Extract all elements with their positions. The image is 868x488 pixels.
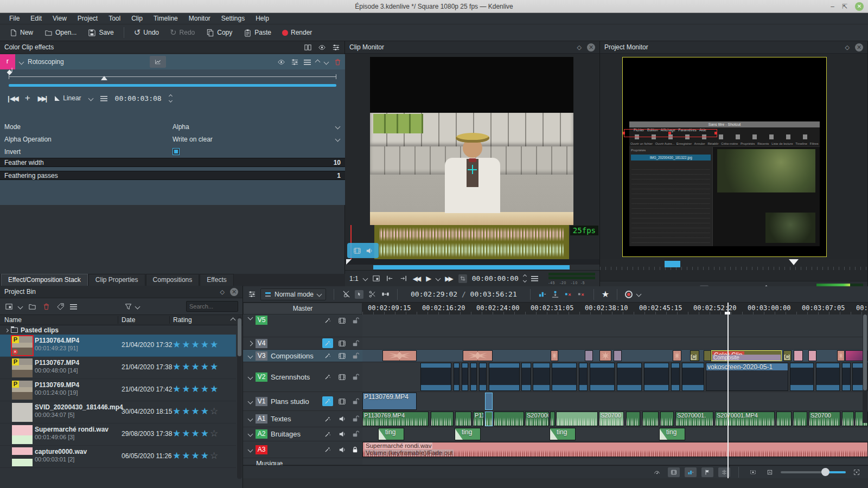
timeline-clip[interactable] [842,412,854,426]
timeline-clip[interactable]: S2070001. [675,412,713,426]
close-panel-icon[interactable]: ✕ [587,43,595,52]
timeline-clip[interactable] [704,350,711,361]
timecode-up-icon[interactable] [169,94,173,98]
timeline-position-timecode[interactable]: 00:02:29:02 / 00:03:56:21 [405,290,522,298]
rating-stars[interactable]: ★★★★☆ [173,450,219,461]
track-effects-icon[interactable] [322,414,333,424]
audio-video-toggle[interactable] [347,243,379,258]
copy-button[interactable]: Copy [201,26,237,39]
bin-clip-row[interactable]: capture0000.wav00:00:03:01 [2]06/05/2020… [0,446,236,468]
track-header-v3[interactable]: V3Compositions [243,350,362,362]
timeline-clip[interactable] [776,412,792,426]
minimize-button[interactable]: – [831,3,834,10]
timeline-clip[interactable] [808,350,816,361]
menu-file[interactable]: File [4,14,24,23]
menu-help[interactable]: Help [251,14,274,23]
timeline-clip[interactable]: ting [550,428,576,440]
tab-effects[interactable]: Effects [200,274,233,286]
timeline-clip[interactable]: S20700 [809,412,840,426]
monitor-zoom-level[interactable]: 1:1 [349,275,359,282]
lock-track-icon[interactable] [350,339,359,348]
clip-monitor-video[interactable] [370,57,573,225]
track-lane-v5[interactable] [362,314,868,337]
effect-enable-eye-icon[interactable] [277,57,285,66]
add-clip-dropdown-icon[interactable] [18,304,23,309]
close-panel-icon[interactable]: ✕ [230,288,238,296]
track-header-v5[interactable]: V5 [243,314,362,337]
timeline-clip[interactable]: vokoscreen-2020-05-1 [706,363,788,391]
timeline-clip[interactable]: P1130769.MP4 [362,412,429,426]
save-button[interactable]: Save [83,26,118,39]
track-header-v4[interactable]: V4 [243,337,362,350]
keyframe-diagram-button[interactable] [150,56,166,68]
undo-button[interactable]: ↺Undo [130,27,163,38]
track-effects-icon[interactable] [322,351,333,361]
favorite-effects-icon[interactable]: ★ [602,289,609,299]
track-lane-v3[interactable]: CColor ClipColor ClipCompositeC [362,350,868,362]
mute-track-icon[interactable] [337,430,346,439]
show-audio-thumbnails-icon[interactable] [685,467,697,477]
create-folder-icon[interactable] [28,302,36,311]
track-header-a4[interactable]: Musique [243,458,362,465]
timeline-clip[interactable]: ting [455,428,481,440]
timeline-clip[interactable]: Color ClipColor ClipComposite [711,350,782,361]
zone-segment[interactable] [665,261,680,267]
timeline-clip[interactable] [794,350,803,361]
param-feather-width[interactable]: Feather width10 [0,158,345,167]
menu-project[interactable]: Project [73,14,103,23]
move-effect-up-icon[interactable] [315,59,321,65]
float-dock-icon[interactable]: ◇ [845,44,850,51]
timeline-clip[interactable] [671,363,680,391]
track-lane-a2[interactable]: tingtingtingting [362,427,868,441]
menu-settings[interactable]: Settings [216,14,250,23]
timeline-clip[interactable] [479,363,487,391]
timeline-clip[interactable] [556,412,598,426]
timeline-clip[interactable] [790,363,814,391]
extract-zone-icon[interactable] [564,290,573,299]
timeline-settings-icon[interactable] [247,290,256,299]
insert-zone-icon[interactable] [551,290,560,299]
timeline-clip[interactable]: S207000 [525,412,549,426]
timeline-clip[interactable] [485,412,493,426]
track-header-a2[interactable]: A2Bruitages [243,427,362,441]
timeline-clip[interactable] [816,363,840,391]
bin-clip-row[interactable]: SVID_20200430_181446.mp400:00:34:07 [5]3… [0,401,236,423]
play-button[interactable]: ▶ [426,274,431,282]
lock-track-icon[interactable] [350,445,359,454]
spacer-tool-icon[interactable] [381,290,390,299]
record-dropdown-icon[interactable] [636,292,642,297]
video-stream-icon[interactable] [353,246,361,255]
delete-effect-icon[interactable] [333,57,342,66]
monitor-playhead[interactable] [789,259,799,270]
edit-mode-select[interactable]: Normal mode [260,288,326,300]
timeline-clip[interactable] [454,363,459,391]
video-track-icon[interactable] [337,373,346,381]
delete-clip-icon[interactable] [42,302,50,311]
clip-monitor-timecode[interactable]: 00:00:00:00 [472,274,519,282]
mixed-audio-video-icon[interactable] [342,290,350,299]
timeline-clip[interactable] [489,363,520,391]
timeline-clip[interactable] [673,350,681,361]
lock-track-icon[interactable] [350,397,359,406]
maximize-button[interactable]: ⇱ [842,3,847,10]
snap-icon[interactable] [718,467,730,477]
next-keyframe-button[interactable]: ▶▶| [38,94,48,102]
lock-track-icon[interactable] [350,316,359,325]
timeline-clip[interactable] [462,363,468,391]
mute-track-icon[interactable] [337,445,346,454]
redo-button[interactable]: ↻Redo [165,27,199,38]
zone-mode-icon[interactable] [458,274,467,283]
split-compare-icon[interactable] [303,43,312,52]
search-input[interactable] [186,301,238,312]
track-header-v2[interactable]: V2Scrennshots [243,362,362,392]
timeline-clip[interactable] [585,350,593,361]
tc-up-icon[interactable] [523,274,527,278]
keyframe-timecode[interactable]: 00:00:03:08 [115,94,162,102]
timeline-clip[interactable] [551,350,558,361]
tab-clip-properties[interactable]: Clip Properties [88,274,145,286]
timeline-clip[interactable] [793,412,807,426]
close-panel-icon[interactable]: ✕ [855,43,863,52]
dropdown-icon[interactable] [335,137,341,142]
monitor-overlay-icon[interactable] [372,274,381,283]
move-effect-down-icon[interactable] [324,59,329,65]
